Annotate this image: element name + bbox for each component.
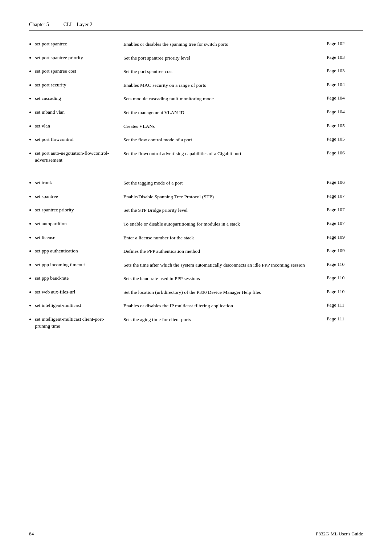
page: Chapter 5 CLI – Layer 2 • set port spant… <box>0 0 392 555</box>
command-text: set autopartition <box>35 220 66 227</box>
command-col: • set port spantree cost <box>29 68 123 76</box>
page-footer: 84 P332G-ML User's Guide <box>29 528 363 537</box>
table-row: • set port spantree priority Set the por… <box>29 52 363 65</box>
page-ref: Page 111 <box>327 302 363 308</box>
command-col: • set port spantree priority <box>29 54 123 62</box>
command-col: • set cascading <box>29 95 123 103</box>
page-ref: Page 110 <box>327 275 363 281</box>
command-col: • set port security <box>29 82 123 90</box>
footer-page-number: 84 <box>29 531 34 537</box>
command-text: set web aux-files-url <box>35 289 75 296</box>
command-text: set ppp baud-rate <box>35 275 69 282</box>
command-col: • set ppp baud-rate <box>29 275 123 283</box>
command-text: set port flowcontrol <box>35 136 73 143</box>
command-text: set ppp incoming timeout <box>35 262 85 268</box>
description-col: Set the port spantree priority level <box>123 54 327 62</box>
table-row: • set intelligent-multicast Enables or d… <box>29 299 363 313</box>
description-col: Defines the PPP authentication method <box>123 248 327 255</box>
bullet-icon: • <box>29 220 31 228</box>
table-row: • set port spantree cost Set the port sp… <box>29 65 363 79</box>
table-row: • set cascading Sets module cascading fa… <box>29 92 363 106</box>
command-text: set port spantree priority <box>35 54 83 61</box>
command-text: set port security <box>35 82 66 89</box>
description-line1: Set the flowcontrol advertising capabili… <box>123 150 319 157</box>
table-row: • set inband vlan Set the management VLA… <box>29 106 363 120</box>
command-text: set spantree priority <box>35 207 74 214</box>
bullet-icon: • <box>29 41 31 49</box>
bullet-icon: • <box>29 262 31 270</box>
command-col: • set license <box>29 234 123 242</box>
bullet-icon: • <box>29 150 31 158</box>
description-col: Set the flow control mode of a port <box>123 136 327 143</box>
table-row: • set autopartition To enable or disable… <box>29 218 363 231</box>
command-text: set port spantree cost <box>35 68 76 75</box>
bullet-icon: • <box>29 302 31 310</box>
description-col: Set the flowcontrol advertising capabili… <box>123 150 327 157</box>
command-col: • set spantree priority <box>29 207 123 215</box>
page-ref: Page 105 <box>327 123 363 129</box>
page-ref: Page 102 <box>327 41 363 46</box>
command-text: set port auto-negotiation-flowcontrol-ad… <box>35 150 116 164</box>
description-col: Set the tagging mode of a port <box>123 179 327 187</box>
description-col: Enables or disables the spanning tree fo… <box>123 41 327 48</box>
command-col: • set inband vlan <box>29 109 123 117</box>
page-ref: Page 111 <box>327 316 363 322</box>
description-col: Sets module cascading fault-monitoring m… <box>123 95 327 102</box>
command-col: • set port auto-negotiation-flowcontrol-… <box>29 150 123 174</box>
command-col: • set intelligent-multicast client-port-… <box>29 316 123 330</box>
command-text: set trunk <box>35 179 52 186</box>
bullet-icon: • <box>29 316 31 324</box>
page-ref: Page 103 <box>327 54 363 60</box>
command-text: set license <box>35 234 55 241</box>
page-ref: Page 104 <box>327 109 363 115</box>
table-row: • set spantree priority Set the STP Brid… <box>29 204 363 218</box>
bullet-icon: • <box>29 54 31 62</box>
command-text: set ppp authentication <box>35 248 78 255</box>
bullet-icon: • <box>29 234 31 242</box>
table-row: • set ppp baud-rate Sets the baud rate u… <box>29 272 363 286</box>
description-col: To enable or disable autopartitioning fo… <box>123 220 327 228</box>
page-ref: Page 107 <box>327 207 363 212</box>
command-text: set intelligent-multicast <box>35 302 81 309</box>
table-row: • set web aux-files-url Set the location… <box>29 286 363 300</box>
table-row: • set spantree Enable/Disable Spanning T… <box>29 190 363 204</box>
table-row: • set port spantree Enables or disables … <box>29 38 363 52</box>
page-ref: Page 110 <box>327 262 363 267</box>
page-ref: Page 109 <box>327 248 363 254</box>
page-ref: Page 103 <box>327 68 363 74</box>
description-col: Enter a license number for the stack <box>123 234 327 242</box>
command-col: • set port spantree <box>29 41 123 49</box>
page-ref: Page 107 <box>327 220 363 226</box>
command-col: • set trunk <box>29 179 123 187</box>
command-col: • set ppp incoming timeout <box>29 262 123 270</box>
command-text: set inband vlan <box>35 109 65 116</box>
bullet-icon: • <box>29 248 31 256</box>
command-col: • set ppp authentication <box>29 248 123 256</box>
description-col: Set the STP Bridge priority level <box>123 207 327 214</box>
bullet-icon: • <box>29 109 31 117</box>
footer-document-title: P332G-ML User's Guide <box>316 531 363 537</box>
page-ref: Page 109 <box>327 234 363 240</box>
bullet-icon: • <box>29 289 31 297</box>
table-row: • set port auto-negotiation-flowcontrol-… <box>29 147 363 177</box>
bullet-row: • <box>29 166 35 174</box>
chapter-header: Chapter 5 CLI – Layer 2 <box>29 22 363 31</box>
description-col: Enables MAC security on a range of ports <box>123 82 327 89</box>
table-row: • set intelligent-multicast client-port-… <box>29 313 363 333</box>
description-col: Sets the time after which the system aut… <box>123 262 327 269</box>
table-row: • set ppp authentication Defines the PPP… <box>29 245 363 259</box>
command-col: • set port flowcontrol <box>29 136 123 144</box>
table-row: • set ppp incoming timeout Sets the time… <box>29 259 363 272</box>
bullet-icon: • <box>29 123 31 131</box>
bullet-icon: • <box>29 82 31 90</box>
description-col: Set the location (url/directory) of the … <box>123 289 327 296</box>
table-row: • set port flowcontrol Set the flow cont… <box>29 133 363 147</box>
bullet-icon: • <box>29 207 31 215</box>
table-row: • set trunk Set the tagging mode of a po… <box>29 177 363 190</box>
command-text: set port spantree <box>35 41 67 48</box>
command-col: • set web aux-files-url <box>29 289 123 297</box>
bullet-row: • set port auto-negotiation-flowcontrol-… <box>29 150 116 164</box>
page-ref: Page 110 <box>327 289 363 295</box>
page-ref: Page 104 <box>327 95 363 101</box>
description-col: Sets the aging time for client ports <box>123 316 327 323</box>
